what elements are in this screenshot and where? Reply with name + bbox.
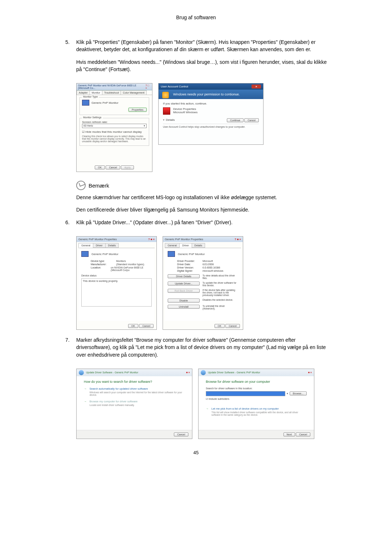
uac-footer: User Account Control helps stop unauthor… <box>163 124 259 128</box>
uninstall-button[interactable]: Uninstall <box>168 305 200 309</box>
loc-v: on NVIDIA GeForce 6600 LE (Microsoft Cor… <box>111 266 152 271</box>
dialog-title: Generic PnP Monitor Properties <box>165 238 203 241</box>
ok-button[interactable]: OK <box>95 165 105 169</box>
loc-k: Location: <box>91 266 111 271</box>
mfr-v: (Standard monitor types) <box>116 263 144 266</box>
hide-modes-note: Clearing this check box allows you to se… <box>82 135 147 143</box>
uac-dialog: User Account Control × Windows needs you… <box>158 83 264 145</box>
page-header: Brug af softwaren <box>65 15 327 20</box>
tab-details[interactable]: Details <box>105 243 119 248</box>
option-title: Let me pick from a list of device driver… <box>212 407 279 410</box>
option-sub: Windows will search your computer and th… <box>90 391 185 396</box>
breadcrumb: Update Driver Software - Generic PnP Mon… <box>86 371 138 374</box>
checkbox-icon[interactable]: ☑ <box>82 130 85 134</box>
cancel-button[interactable]: Cancel <box>225 324 240 328</box>
close-icon[interactable]: ■ × <box>186 371 190 374</box>
step-7-p1: Marker afkrydsningsfeltet "Browse my com… <box>76 336 327 358</box>
cancel-button[interactable]: Cancel <box>139 324 154 328</box>
monitor-properties-dialog: Generic PnP Monitor and NVIDIA GeForce 6… <box>76 83 152 172</box>
back-icon[interactable] <box>201 370 206 375</box>
step-6-p1: Klik på "Update Driver..." (Opdater driv… <box>76 219 327 226</box>
cancel-button[interactable]: Cancel <box>296 432 310 436</box>
tab-details[interactable]: Details <box>192 243 205 248</box>
tab-driver[interactable]: Driver <box>179 243 192 248</box>
note-label: Bemærk <box>89 182 109 189</box>
refresh-label: Screen refresh rate: <box>82 120 147 124</box>
status-text: This device is working properly. <box>81 278 152 307</box>
monitor-type-group: Monitor Type Generic PnP Monitor Propert… <box>79 97 149 115</box>
properties-button[interactable]: Properties <box>128 108 147 112</box>
dialog-title: Generic PnP Monitor and NVIDIA GeForce 6… <box>78 84 146 89</box>
close-icon[interactable]: × <box>252 85 261 89</box>
continue-button[interactable]: Continue <box>227 118 244 122</box>
disable-button[interactable]: Disable <box>168 299 200 303</box>
back-icon[interactable] <box>79 370 84 375</box>
uac-banner: Windows needs your permission to contion… <box>159 90 263 99</box>
disable-desc: Disables the selected device. <box>203 299 238 301</box>
version-k: Driver Version: <box>177 266 203 269</box>
device-name: Generic PnP Monitor <box>178 253 205 256</box>
provider-v: Microsoft <box>203 260 213 262</box>
details-link[interactable]: Details <box>166 118 175 122</box>
tab-general[interactable]: General <box>165 243 180 248</box>
step-5-p1: Klik på "Properties" (Egenskaber) på fan… <box>76 38 327 53</box>
browse-button[interactable]: Browse... <box>290 391 307 395</box>
close-icon[interactable]: ■ × <box>308 371 312 374</box>
note-p2: Den certificerede driver bliver tilgænge… <box>76 206 327 213</box>
next-button[interactable]: Next <box>283 432 295 436</box>
chevron-down-icon[interactable]: ▾ <box>287 392 288 395</box>
include-subfolders-label: Include subfolders <box>209 398 229 400</box>
uac-publisher: Microsoft Windows <box>173 111 197 114</box>
uac-started-text: If you started this action, continue. <box>163 102 259 105</box>
refresh-value: 60 Hertz <box>83 124 93 127</box>
status-legend: Device status <box>81 274 152 277</box>
cancel-button[interactable]: Cancel <box>244 118 259 122</box>
refresh-rate-select[interactable]: 60 Hertz ▾ <box>82 124 147 128</box>
apply-button[interactable]: Apply <box>121 165 134 169</box>
monitor-icon <box>82 100 89 106</box>
arrow-icon: → <box>206 407 209 416</box>
option-title: Browse my computer for driver software <box>90 400 138 403</box>
arrow-icon: → <box>84 400 87 406</box>
path-input[interactable] <box>206 391 285 396</box>
tab-monitor[interactable]: Monitor <box>90 90 102 95</box>
window-buttons[interactable]: ? □ × <box>146 84 151 89</box>
update-driver-desc: To update the driver software for this d… <box>203 282 238 287</box>
note-block: Bemærk <box>76 181 327 190</box>
monitor-name: Generic PnP Monitor <box>91 101 118 104</box>
tab-general[interactable]: General <box>78 243 93 248</box>
figure-row-2: Generic PnP Monitor Properties ? ■ × Gen… <box>76 236 327 330</box>
hide-modes-label: Hide modes that this monitor cannot disp… <box>85 130 142 134</box>
tab-strip[interactable]: Adapter Monitor Troubleshoot Color Manag… <box>77 90 152 95</box>
monitor-icon <box>81 251 89 257</box>
close-icon[interactable]: ? ■ × <box>234 238 241 241</box>
driver-details-button[interactable]: Driver Details <box>168 274 200 278</box>
tab-troubleshoot[interactable]: Troubleshoot <box>102 90 121 95</box>
cancel-button[interactable]: Cancel <box>106 165 120 169</box>
breadcrumb: Update Driver Software - Generic PnP Mon… <box>208 371 260 374</box>
tab-color-management[interactable]: Color Management <box>121 90 147 95</box>
close-icon[interactable]: ? ■ × <box>148 238 155 241</box>
ok-button[interactable]: OK <box>128 324 138 328</box>
ok-button[interactable]: OK <box>215 324 225 328</box>
step-7: 7. Marker afkrydsningsfeltet "Browse my … <box>65 336 327 364</box>
rollback-driver-button[interactable]: Roll Back Driver <box>168 289 200 293</box>
chevron-down-icon[interactable]: ▾ <box>163 118 164 122</box>
step-6: 6. Klik på "Update Driver..." (Opdater d… <box>65 219 327 231</box>
option-title: Search automatically for updated driver … <box>90 387 148 390</box>
device-properties-driver: Generic PnP Monitor Properties ? ■ × Gen… <box>163 236 243 330</box>
uac-titlebar: User Account Control × <box>159 83 263 90</box>
step-number: 7. <box>65 336 76 364</box>
option-search-auto[interactable]: → Search automatically for updated drive… <box>84 387 185 396</box>
tab-driver[interactable]: Driver <box>93 243 106 248</box>
option-sub: This list will show installed driver sof… <box>212 411 307 416</box>
tab-adapter[interactable]: Adapter <box>77 90 90 95</box>
checkbox-icon[interactable]: ☑ <box>206 398 208 400</box>
update-driver-button[interactable]: Update Driver... <box>168 282 200 286</box>
option-browse[interactable]: → Browse my computer for driver software… <box>84 400 185 406</box>
provider-k: Driver Provider: <box>177 260 203 262</box>
step-5-p2: Hvis meddelelsen "Windows needs..." (Win… <box>76 58 327 73</box>
page-number: 45 <box>65 450 327 455</box>
option-pick-list[interactable]: → Let me pick from a list of device driv… <box>206 407 307 416</box>
cancel-button[interactable]: Cancel <box>174 432 188 436</box>
